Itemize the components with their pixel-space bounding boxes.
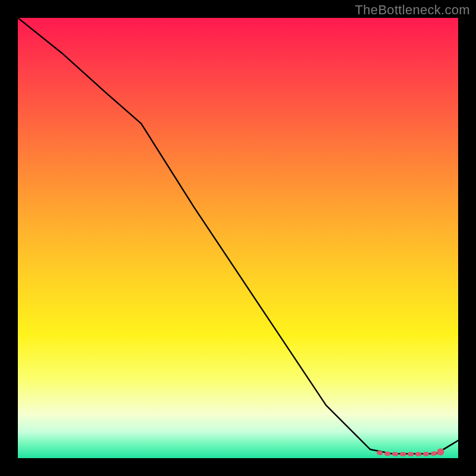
chart-frame: TheBottleneck.com xyxy=(0,0,476,476)
optimal-range-highlight xyxy=(379,453,441,454)
bottleneck-curve xyxy=(18,18,458,454)
plot-area xyxy=(18,18,458,458)
watermark-text: TheBottleneck.com xyxy=(355,2,470,18)
optimal-point-icon xyxy=(437,449,444,456)
chart-svg xyxy=(18,18,458,458)
